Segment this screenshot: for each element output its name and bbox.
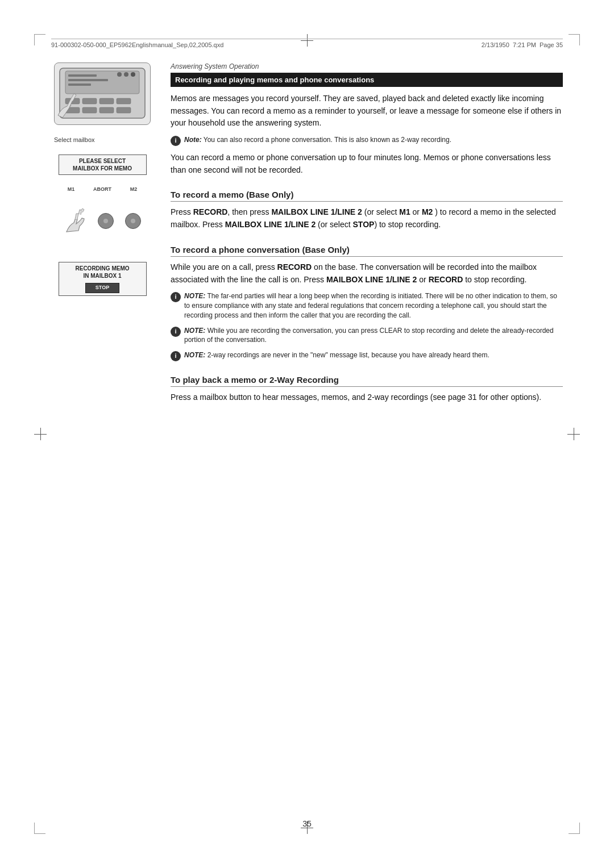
corner-mark-tl <box>34 34 45 45</box>
svg-point-5 <box>117 72 122 77</box>
note-icon-1: i <box>171 136 181 146</box>
subsection2-body: While you are on a call, press RECORD on… <box>171 261 563 286</box>
m1-button-label: M1 <box>68 186 75 192</box>
svg-rect-9 <box>82 98 97 104</box>
section-label: Answering System Operation <box>171 62 563 70</box>
svg-point-16 <box>103 219 108 223</box>
crosshair-right <box>567 428 580 440</box>
phone-device-illustration <box>54 62 151 125</box>
note-text-4: NOTE: 2-way recordings are never in the … <box>184 350 489 360</box>
svg-point-17 <box>131 219 135 223</box>
select-mailbox-label: Select mailbox <box>54 136 95 143</box>
svg-rect-15 <box>117 107 131 113</box>
svg-rect-11 <box>117 98 131 104</box>
svg-rect-10 <box>99 98 114 104</box>
subsection1-body: Press RECORD, then press MAILBOX LINE 1/… <box>171 206 563 231</box>
lcd-display: PLEASE SELECT MAILBOX FOR MEMO <box>59 155 147 175</box>
corner-mark-tr <box>569 34 580 45</box>
note-block-3: i NOTE: While you are recording the conv… <box>171 326 563 345</box>
note-block-4: i NOTE: 2-way recordings are never in th… <box>171 350 563 361</box>
m2-button-label: M2 <box>130 186 138 192</box>
corner-mark-bl <box>34 823 45 834</box>
subsection-title-2: To record a phone conversation (Base Onl… <box>171 245 563 257</box>
note-icon-3: i <box>171 327 181 337</box>
right-column: Answering System Operation Recording and… <box>171 62 563 817</box>
page-number: 35 <box>302 819 312 828</box>
note-block-1: i Note: You can also record a phone conv… <box>171 135 563 146</box>
lcd-line2: MAILBOX FOR MEMO <box>63 165 143 172</box>
circle-button-2[interactable] <box>125 213 141 229</box>
left-column: Select mailbox PLEASE SELECT MAILBOX FOR… <box>51 62 154 817</box>
hand-icon <box>64 208 86 233</box>
svg-rect-2 <box>68 74 97 77</box>
subsection-title-1: To record a memo (Base Only) <box>171 190 563 202</box>
page-layout: Select mailbox PLEASE SELECT MAILBOX FOR… <box>51 62 563 817</box>
svg-point-6 <box>124 72 128 77</box>
svg-rect-13 <box>82 107 97 113</box>
recording-line2: IN MAILBOX 1 <box>63 272 143 279</box>
svg-rect-3 <box>68 79 108 81</box>
body-paragraph-2: You can record a memo or phone conversat… <box>171 152 563 176</box>
button-labels-row: M1 ABORT M2 <box>59 186 147 192</box>
svg-point-7 <box>131 72 135 77</box>
stop-button[interactable]: STOP <box>85 283 119 293</box>
filename: 91-000302-050-000_EP5962Englishmanual_Se… <box>51 41 223 48</box>
note-text-3: NOTE: While you are recording the conver… <box>184 326 563 345</box>
note-icon-4: i <box>171 351 181 361</box>
file-info-bar: 91-000302-050-000_EP5962Englishmanual_Se… <box>51 39 563 48</box>
file-date: 2/13/1950 7:21 PM Page 35 <box>482 41 563 48</box>
hand-buttons-row <box>59 208 147 233</box>
recording-line1: RECORDING MEMO <box>63 265 143 272</box>
body-paragraph-1: Memos are messages you record yourself. … <box>171 93 563 130</box>
subsection3-body: Press a mailbox button to hear messages,… <box>171 391 563 404</box>
section-header-bar: Recording and playing memos and phone co… <box>171 73 563 87</box>
svg-rect-4 <box>68 84 91 86</box>
note-block-2: i NOTE: The far-end parties will hear a … <box>171 291 563 320</box>
crosshair-left <box>34 428 47 440</box>
note-text-2: NOTE: The far-end parties will hear a lo… <box>184 291 563 320</box>
recording-display: RECORDING MEMO IN MAILBOX 1 STOP <box>59 262 147 296</box>
note-text-1: Note: You can also record a phone conver… <box>184 135 451 145</box>
corner-mark-br <box>569 823 580 834</box>
subsection-title-3: To play back a memo or 2-Way Recording <box>171 375 563 387</box>
lcd-line1: PLEASE SELECT <box>63 157 143 165</box>
svg-rect-14 <box>99 107 114 113</box>
note-icon-2: i <box>171 292 181 302</box>
circle-button-1[interactable] <box>98 213 114 229</box>
abort-button-label: ABORT <box>93 186 111 192</box>
